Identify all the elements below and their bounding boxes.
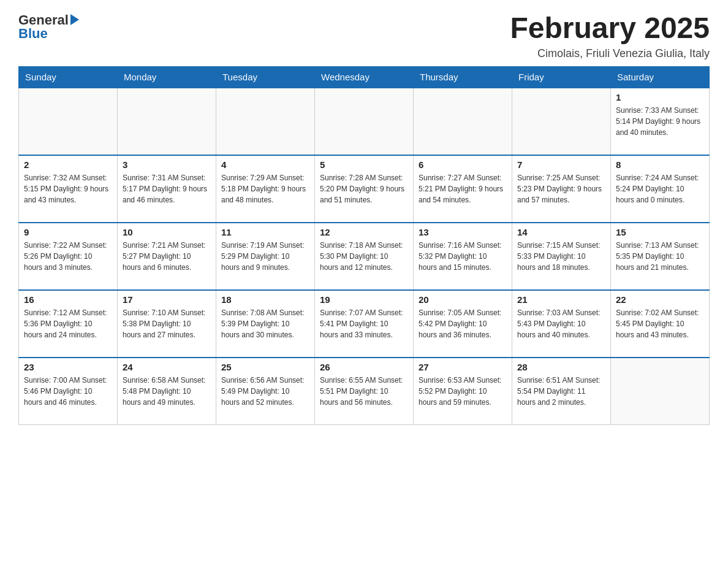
calendar-cell: 6Sunrise: 7:27 AM Sunset: 5:21 PM Daylig… [414,155,512,223]
day-info: Sunrise: 7:02 AM Sunset: 5:45 PM Dayligh… [616,307,704,340]
calendar-cell: 7Sunrise: 7:25 AM Sunset: 5:23 PM Daylig… [512,155,611,223]
calendar-cell: 5Sunrise: 7:28 AM Sunset: 5:20 PM Daylig… [315,155,414,223]
calendar-cell: 18Sunrise: 7:08 AM Sunset: 5:39 PM Dayli… [216,290,315,358]
day-number: 17 [123,294,211,305]
day-number: 13 [419,227,507,237]
day-number: 19 [320,294,408,305]
day-info: Sunrise: 7:24 AM Sunset: 5:24 PM Dayligh… [616,172,704,205]
calendar-cell [19,88,118,155]
day-info: Sunrise: 7:29 AM Sunset: 5:18 PM Dayligh… [221,172,309,205]
day-info: Sunrise: 7:13 AM Sunset: 5:35 PM Dayligh… [616,240,704,273]
logo: General Blue [18,12,79,42]
day-info: Sunrise: 7:07 AM Sunset: 5:41 PM Dayligh… [320,307,408,340]
day-info: Sunrise: 7:27 AM Sunset: 5:21 PM Dayligh… [419,172,507,205]
day-info: Sunrise: 7:05 AM Sunset: 5:42 PM Dayligh… [419,307,507,340]
day-info: Sunrise: 7:15 AM Sunset: 5:33 PM Dayligh… [517,240,605,273]
day-number: 21 [517,294,605,305]
calendar-cell: 4Sunrise: 7:29 AM Sunset: 5:18 PM Daylig… [216,155,315,223]
day-number: 23 [24,362,112,372]
day-info: Sunrise: 6:58 AM Sunset: 5:48 PM Dayligh… [123,375,211,408]
calendar-table: SundayMondayTuesdayWednesdayThursdayFrid… [18,66,710,426]
day-number: 9 [24,227,112,237]
calendar-cell: 14Sunrise: 7:15 AM Sunset: 5:33 PM Dayli… [512,223,611,290]
day-info: Sunrise: 6:51 AM Sunset: 5:54 PM Dayligh… [517,375,605,408]
column-header-tuesday: Tuesday [216,66,315,88]
day-info: Sunrise: 7:28 AM Sunset: 5:20 PM Dayligh… [320,172,408,205]
day-info: Sunrise: 6:56 AM Sunset: 5:49 PM Dayligh… [221,375,309,408]
calendar-cell: 15Sunrise: 7:13 AM Sunset: 5:35 PM Dayli… [611,223,710,290]
day-number: 26 [320,362,408,372]
column-header-thursday: Thursday [414,66,512,88]
calendar-cell [315,88,414,155]
calendar-cell: 22Sunrise: 7:02 AM Sunset: 5:45 PM Dayli… [611,290,710,358]
calendar-cell: 17Sunrise: 7:10 AM Sunset: 5:38 PM Dayli… [118,290,216,358]
calendar-cell [216,88,315,155]
calendar-cell: 28Sunrise: 6:51 AM Sunset: 5:54 PM Dayli… [512,358,611,425]
calendar-cell: 13Sunrise: 7:16 AM Sunset: 5:32 PM Dayli… [414,223,512,290]
day-number: 16 [24,294,112,305]
day-number: 25 [221,362,309,372]
day-info: Sunrise: 6:55 AM Sunset: 5:51 PM Dayligh… [320,375,408,408]
calendar-cell: 24Sunrise: 6:58 AM Sunset: 5:48 PM Dayli… [118,358,216,425]
calendar-cell: 27Sunrise: 6:53 AM Sunset: 5:52 PM Dayli… [414,358,512,425]
column-header-sunday: Sunday [19,66,118,88]
week-row-1: 1Sunrise: 7:33 AM Sunset: 5:14 PM Daylig… [19,88,710,155]
calendar-cell [512,88,611,155]
column-header-monday: Monday [118,66,216,88]
day-number: 4 [221,159,309,170]
day-number: 10 [123,227,211,237]
day-number: 3 [123,159,211,170]
calendar-cell: 20Sunrise: 7:05 AM Sunset: 5:42 PM Dayli… [414,290,512,358]
day-number: 20 [419,294,507,305]
day-info: Sunrise: 7:08 AM Sunset: 5:39 PM Dayligh… [221,307,309,340]
week-row-2: 2Sunrise: 7:32 AM Sunset: 5:15 PM Daylig… [19,155,710,223]
day-number: 6 [419,159,507,170]
day-number: 28 [517,362,605,372]
month-title: February 2025 [510,12,710,45]
page-header: General Blue February 2025 Cimolais, Fri… [18,12,710,60]
week-row-4: 16Sunrise: 7:12 AM Sunset: 5:36 PM Dayli… [19,290,710,358]
logo-arrow-icon [70,14,79,25]
day-info: Sunrise: 7:33 AM Sunset: 5:14 PM Dayligh… [616,105,704,138]
day-info: Sunrise: 7:19 AM Sunset: 5:29 PM Dayligh… [221,240,309,273]
calendar-cell: 2Sunrise: 7:32 AM Sunset: 5:15 PM Daylig… [19,155,118,223]
calendar-cell: 1Sunrise: 7:33 AM Sunset: 5:14 PM Daylig… [611,88,710,155]
calendar-cell [414,88,512,155]
calendar-cell: 26Sunrise: 6:55 AM Sunset: 5:51 PM Dayli… [315,358,414,425]
column-header-saturday: Saturday [611,66,710,88]
calendar-cell: 3Sunrise: 7:31 AM Sunset: 5:17 PM Daylig… [118,155,216,223]
calendar-cell: 25Sunrise: 6:56 AM Sunset: 5:49 PM Dayli… [216,358,315,425]
day-info: Sunrise: 7:32 AM Sunset: 5:15 PM Dayligh… [24,172,112,205]
day-number: 8 [616,159,704,170]
day-number: 27 [419,362,507,372]
week-row-3: 9Sunrise: 7:22 AM Sunset: 5:26 PM Daylig… [19,223,710,290]
calendar-header-row: SundayMondayTuesdayWednesdayThursdayFrid… [19,66,710,88]
week-row-5: 23Sunrise: 7:00 AM Sunset: 5:46 PM Dayli… [19,358,710,425]
day-info: Sunrise: 7:12 AM Sunset: 5:36 PM Dayligh… [24,307,112,340]
calendar-cell: 11Sunrise: 7:19 AM Sunset: 5:29 PM Dayli… [216,223,315,290]
day-number: 24 [123,362,211,372]
day-number: 22 [616,294,704,305]
day-info: Sunrise: 7:16 AM Sunset: 5:32 PM Dayligh… [419,240,507,273]
day-number: 2 [24,159,112,170]
calendar-cell: 23Sunrise: 7:00 AM Sunset: 5:46 PM Dayli… [19,358,118,425]
calendar-cell: 10Sunrise: 7:21 AM Sunset: 5:27 PM Dayli… [118,223,216,290]
day-info: Sunrise: 7:18 AM Sunset: 5:30 PM Dayligh… [320,240,408,273]
calendar-cell [611,358,710,425]
calendar-cell: 19Sunrise: 7:07 AM Sunset: 5:41 PM Dayli… [315,290,414,358]
day-info: Sunrise: 7:25 AM Sunset: 5:23 PM Dayligh… [517,172,605,205]
calendar-cell: 9Sunrise: 7:22 AM Sunset: 5:26 PM Daylig… [19,223,118,290]
day-info: Sunrise: 7:00 AM Sunset: 5:46 PM Dayligh… [24,375,112,408]
day-number: 18 [221,294,309,305]
day-number: 11 [221,227,309,237]
calendar-cell: 21Sunrise: 7:03 AM Sunset: 5:43 PM Dayli… [512,290,611,358]
day-number: 7 [517,159,605,170]
calendar-cell: 12Sunrise: 7:18 AM Sunset: 5:30 PM Dayli… [315,223,414,290]
day-info: Sunrise: 6:53 AM Sunset: 5:52 PM Dayligh… [419,375,507,408]
day-number: 14 [517,227,605,237]
title-section: February 2025 Cimolais, Friuli Venezia G… [510,12,710,60]
day-info: Sunrise: 7:21 AM Sunset: 5:27 PM Dayligh… [123,240,211,273]
day-number: 1 [616,92,704,102]
column-header-friday: Friday [512,66,611,88]
day-number: 5 [320,159,408,170]
